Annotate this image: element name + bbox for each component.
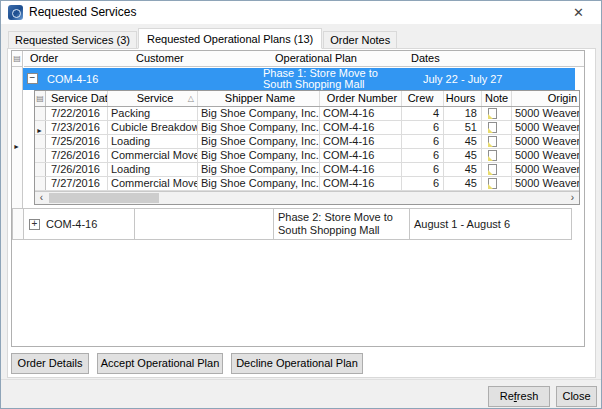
cell-shipper-name: Big Shoe Company, Inc.,: [198, 107, 320, 120]
cell-note[interactable]: [482, 121, 512, 134]
group-order-value: COM-4-16: [46, 209, 97, 239]
title-bar: Requested Services ✕: [1, 1, 601, 24]
cell-origin: 5000 Weaver Park Ro: [512, 107, 579, 120]
column-header-operational-plan[interactable]: Operational Plan: [275, 51, 357, 66]
service-row[interactable]: 7/25/2016 Loading Big Shoe Company, Inc.…: [35, 135, 579, 149]
row-indicator: ►: [35, 121, 46, 134]
sort-ascending-icon: △: [98, 91, 104, 106]
cell-order-number: COM-4-16: [320, 135, 402, 148]
note-icon[interactable]: [488, 136, 497, 147]
cell-origin: 5000 Weaver Park Ro: [512, 163, 579, 176]
cell-note[interactable]: [482, 177, 512, 190]
cell-hours: 18: [444, 107, 482, 120]
sort-ascending-icon: △: [188, 91, 194, 106]
cell-origin: 5000 Weaver Park Ro: [512, 177, 579, 190]
scroll-right-icon[interactable]: ›: [566, 192, 579, 204]
current-row-arrow-icon: ►: [36, 124, 43, 134]
expand-icon[interactable]: +: [29, 219, 40, 230]
order-details-button[interactable]: Order Details: [11, 353, 89, 374]
note-icon[interactable]: [488, 178, 497, 189]
header-label: Service: [137, 92, 174, 104]
group-row-phase2-collapsed[interactable]: + COM-4-16 Phase 2: Store Move to South …: [12, 208, 572, 240]
cell-origin: 5000 Weaver Park Ro: [512, 135, 579, 148]
cell-shipper-name: Big Shoe Company, Inc.,: [198, 121, 320, 134]
column-header-shipper-name[interactable]: Shipper Name: [198, 91, 320, 106]
cell-shipper-name: Big Shoe Company, Inc.,: [198, 149, 320, 162]
cell-service: Loading: [108, 135, 198, 148]
cell-service-date: 7/26/2016: [46, 163, 108, 176]
row-indicator: [35, 135, 46, 148]
cell-service-date: 7/23/2016: [46, 121, 108, 134]
cell-crew: 6: [402, 121, 444, 134]
service-row-current[interactable]: ► 7/23/2016 Cubicle Breakdown Big Shoe C…: [35, 121, 579, 135]
cell-shipper-name: Big Shoe Company, Inc.,: [198, 177, 320, 190]
cell-order-number: COM-4-16: [320, 107, 402, 120]
window-title: Requested Services: [29, 1, 136, 24]
cell-crew: 6: [402, 177, 444, 190]
service-row[interactable]: 7/26/2016 Loading Big Shoe Company, Inc.…: [35, 163, 579, 177]
group-plan-value: Phase 2: Store Move to South Shopping Ma…: [274, 209, 410, 239]
cell-service: Cubicle Breakdown: [108, 121, 198, 134]
tab-requested-services[interactable]: Requested Services (3): [8, 31, 137, 49]
current-row-arrow-icon: ►: [13, 143, 20, 150]
window-close-icon[interactable]: ✕: [556, 1, 601, 24]
cell-hours: 45: [444, 135, 482, 148]
close-button[interactable]: Close: [556, 386, 597, 407]
column-header-order-number[interactable]: Order Number: [320, 91, 402, 106]
column-header-dates[interactable]: Dates: [411, 51, 440, 66]
group-dates-value: July 22 - July 27: [423, 68, 502, 90]
cell-hours: 45: [444, 177, 482, 190]
grid-selector-icon[interactable]: ▤: [12, 51, 22, 67]
service-row[interactable]: 7/26/2016 Commercial Move Big Shoe Compa…: [35, 149, 579, 163]
cell-hours: 45: [444, 163, 482, 176]
column-header-origin[interactable]: Origin: [512, 91, 579, 106]
column-header-order[interactable]: Order: [30, 51, 58, 66]
note-icon[interactable]: [488, 108, 497, 119]
group-order-value: COM-4-16: [47, 68, 98, 90]
column-header-service[interactable]: Service△: [108, 91, 198, 106]
cell-note[interactable]: [482, 107, 512, 120]
cell-service-date: 7/22/2016: [46, 107, 108, 120]
cell-note[interactable]: [482, 149, 512, 162]
cell-note[interactable]: [482, 163, 512, 176]
dialog-footer: Refresh Close: [1, 379, 601, 408]
operational-plans-grid: ▤ ► Order Customer Operational Plan Date…: [11, 50, 585, 347]
cell-shipper-name: Big Shoe Company, Inc.,: [198, 135, 320, 148]
grid-selector-icon[interactable]: ▤: [35, 91, 46, 106]
collapse-icon[interactable]: −: [27, 73, 38, 84]
column-header-customer[interactable]: Customer: [136, 51, 184, 66]
cell-order-number: COM-4-16: [320, 149, 402, 162]
column-header-crew[interactable]: Crew: [402, 91, 444, 106]
cell-crew: 6: [402, 149, 444, 162]
column-header-service-date[interactable]: Service Date△: [46, 91, 108, 106]
decline-operational-plan-button[interactable]: Decline Operational Plan: [231, 353, 363, 374]
cell-service-date: 7/25/2016: [46, 135, 108, 148]
tab-requested-operational-plans[interactable]: Requested Operational Plans (13): [138, 28, 322, 49]
horizontal-scrollbar[interactable]: ‹ ›: [35, 191, 579, 204]
refresh-button[interactable]: Refresh: [488, 386, 550, 407]
row-indicator: [35, 149, 46, 162]
cell-service-date: 7/27/2016: [46, 177, 108, 190]
refresh-label: Re: [500, 390, 514, 402]
scrollbar-thumb[interactable]: [49, 193, 159, 203]
column-header-note[interactable]: Note: [482, 91, 512, 106]
group-row-phase1-selected[interactable]: − COM-4-16 Phase 1: Store Move to South …: [23, 68, 575, 90]
cell-note[interactable]: [482, 135, 512, 148]
accept-operational-plan-button[interactable]: Accept Operational Plan: [97, 353, 223, 374]
scroll-left-icon[interactable]: ‹: [35, 192, 48, 204]
cell-origin: 5000 Weaver Park Ro: [512, 149, 579, 162]
row-indicator: [35, 107, 46, 120]
service-row[interactable]: 7/27/2016 Commercial Move Big Shoe Compa…: [35, 177, 579, 191]
cell-service: Loading: [108, 163, 198, 176]
note-icon[interactable]: [488, 164, 497, 175]
service-row[interactable]: 7/22/2016 Packing Big Shoe Company, Inc.…: [35, 107, 579, 121]
cell-order-number: COM-4-16: [320, 177, 402, 190]
cell-origin: 5000 Weaver Park Ro: [512, 121, 579, 134]
column-header-hours[interactable]: Hours: [444, 91, 482, 106]
note-icon[interactable]: [488, 150, 497, 161]
note-icon[interactable]: [488, 122, 497, 133]
tab-order-notes[interactable]: Order Notes: [323, 31, 397, 49]
group-plan-value: Phase 1: Store Move to South Shopping Ma…: [263, 68, 409, 90]
cell-crew: 6: [402, 135, 444, 148]
cell-order-number: COM-4-16: [320, 121, 402, 134]
